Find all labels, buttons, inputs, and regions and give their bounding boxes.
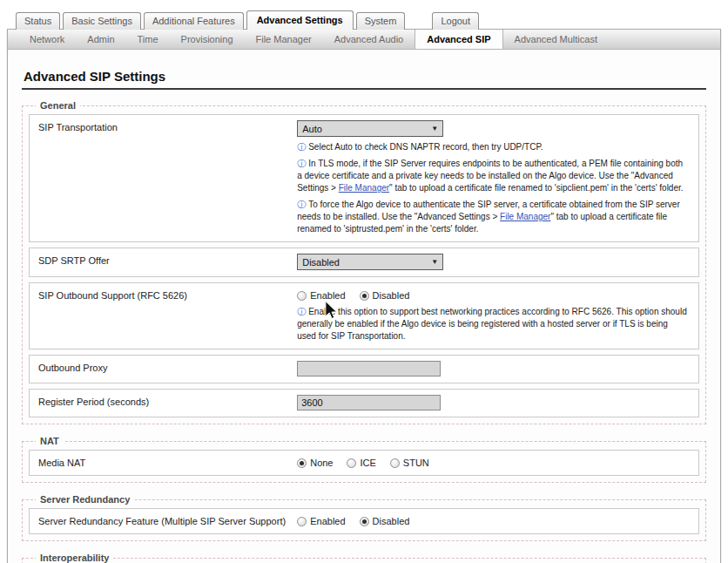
help-text: ⓘIn TLS mode, if the SIP Server requires… [297, 158, 688, 194]
outbound-proxy-label: Outbound Proxy [30, 356, 297, 383]
file-manager-link[interactable]: File Manager [500, 212, 550, 221]
section-interoperability: Interoperability Keep-Alive Method None … [22, 553, 706, 563]
sub-tab-bar: Network Admin Time Provisioning File Man… [8, 30, 720, 50]
tab-basic-settings[interactable]: Basic Settings [63, 12, 141, 30]
row-sip-outbound-support: SIP Outbound Support (RFC 5626) Enabled … [29, 282, 699, 349]
media-nat-radio-group: None ICE STUN [297, 456, 688, 469]
section-server-redundancy-legend: Server Redundancy [36, 494, 134, 505]
help-text: ⓘTo force the Algo device to authenticat… [297, 199, 688, 235]
row-server-redundancy-feature: Server Redundancy Feature (Multiple SIP … [29, 508, 699, 534]
page-title: Advanced SIP Settings [22, 69, 706, 90]
tab-additional-features[interactable]: Additional Features [144, 12, 244, 30]
server-redundancy-feature-label: Server Redundancy Feature (Multiple SIP … [30, 509, 297, 533]
sip-transportation-value: Auto [302, 124, 322, 134]
info-icon: ⓘ [297, 307, 306, 316]
help-text: ⓘSelect Auto to check DNS NAPTR record, … [297, 141, 688, 153]
register-period-label: Register Period (seconds) [30, 390, 297, 417]
sdp-srtp-offer-value: Disabled [302, 257, 340, 268]
server-redundancy-radio-group: Enabled Disabled [297, 514, 688, 527]
main-tab-bar: Status Basic Settings Additional Feature… [0, 0, 728, 30]
chevron-down-icon: ▼ [431, 125, 438, 132]
sip-outbound-support-label: SIP Outbound Support (RFC 5626) [30, 283, 297, 349]
info-icon: ⓘ [297, 159, 306, 168]
row-register-period: Register Period (seconds) [29, 389, 699, 417]
main-content: Advanced SIP Settings General SIP Transp… [8, 50, 720, 563]
subtab-file-manager[interactable]: File Manager [245, 30, 323, 49]
radio-checked-icon [360, 517, 369, 526]
sip-outbound-radio-group: Enabled Disabled [297, 288, 688, 302]
sip-transportation-select[interactable]: Auto ▼ [297, 120, 443, 137]
subtab-advanced-multicast[interactable]: Advanced Multicast [503, 30, 609, 49]
section-interoperability-legend: Interoperability [36, 553, 113, 563]
sip-outbound-disabled-radio[interactable]: Disabled [360, 290, 410, 301]
sdp-srtp-offer-select[interactable]: Disabled ▼ [297, 254, 443, 270]
tab-advanced-settings[interactable]: Advanced Settings [246, 10, 354, 30]
row-sip-transportation: SIP Transportation Auto ▼ ⓘSelect Auto t… [29, 114, 699, 242]
media-nat-none-radio[interactable]: None [297, 458, 333, 468]
radio-checked-icon [297, 458, 307, 468]
row-media-nat: Media NAT None ICE [29, 450, 699, 476]
section-general: General SIP Transportation Auto ▼ ⓘSelec… [22, 100, 706, 424]
sip-transportation-label: SIP Transportation [30, 115, 297, 241]
server-redundancy-enabled-radio[interactable]: Enabled [297, 516, 345, 526]
subtab-advanced-sip[interactable]: Advanced SIP [415, 30, 502, 49]
sip-outbound-enabled-radio[interactable]: Enabled [297, 290, 345, 301]
server-redundancy-disabled-radio[interactable]: Disabled [360, 516, 410, 526]
outbound-proxy-input[interactable] [297, 361, 441, 376]
radio-icon [390, 458, 400, 468]
subtab-network[interactable]: Network [18, 30, 76, 49]
info-icon: ⓘ [297, 142, 306, 152]
section-server-redundancy: Server Redundancy Server Redundancy Feat… [22, 494, 706, 541]
media-nat-label: Media NAT [30, 451, 297, 475]
subtab-provisioning[interactable]: Provisioning [170, 30, 245, 49]
tab-system[interactable]: System [356, 12, 406, 30]
media-nat-stun-radio[interactable]: STUN [390, 458, 429, 468]
tab-status[interactable]: Status [16, 12, 60, 30]
radio-icon [347, 458, 356, 468]
content-container: Network Admin Time Provisioning File Man… [7, 29, 721, 563]
media-nat-ice-radio[interactable]: ICE [347, 458, 375, 468]
info-icon: ⓘ [297, 200, 306, 209]
subtab-admin[interactable]: Admin [76, 30, 125, 49]
radio-icon [297, 517, 307, 526]
page: Status Basic Settings Additional Feature… [0, 0, 728, 563]
radio-checked-icon [360, 291, 369, 301]
subtab-advanced-audio[interactable]: Advanced Audio [323, 30, 415, 49]
file-manager-link[interactable]: File Manager [339, 183, 389, 193]
tab-logout[interactable]: Logout [432, 12, 479, 30]
section-nat: NAT Media NAT None ICE [22, 436, 706, 483]
section-general-legend: General [36, 100, 80, 111]
sdp-srtp-offer-label: SDP SRTP Offer [30, 248, 297, 276]
help-text: ⓘEnable this option to support best netw… [297, 306, 688, 343]
subtab-time[interactable]: Time [126, 30, 170, 49]
register-period-input[interactable] [297, 395, 441, 410]
row-sdp-srtp-offer: SDP SRTP Offer Disabled ▼ [29, 248, 699, 277]
radio-icon [297, 291, 307, 301]
chevron-down-icon: ▼ [431, 258, 438, 266]
row-outbound-proxy: Outbound Proxy [29, 355, 699, 383]
section-nat-legend: NAT [36, 436, 64, 446]
